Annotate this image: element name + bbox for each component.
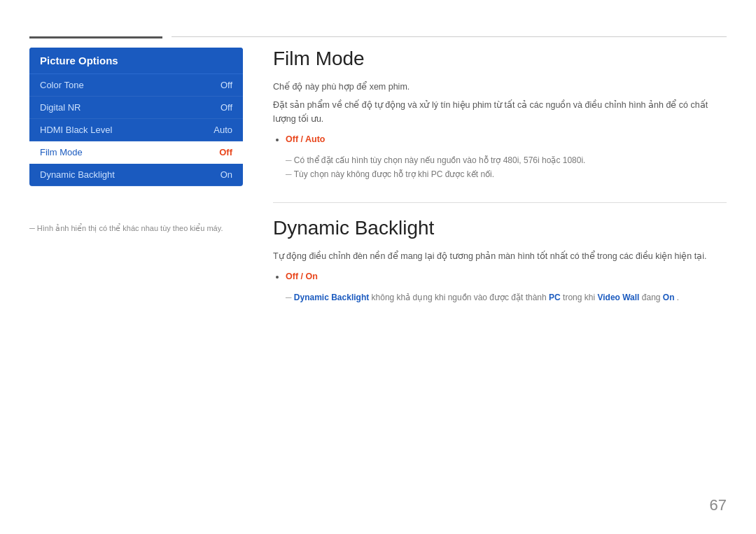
dynamic-backlight-bullet-1: Off / On (286, 269, 727, 285)
top-border-right (172, 36, 727, 37)
top-border-left (29, 36, 162, 38)
dynamic-backlight-section: Dynamic Backlight Tự động điều chỉnh đèn… (273, 217, 727, 304)
hdmi-black-label: HDMI Black Level (40, 125, 112, 135)
section-divider (273, 202, 727, 203)
dynamic-backlight-desc: Tự động điều chỉnh đèn nền để mang lại đ… (273, 249, 727, 263)
dynamic-backlight-text-plain-3: đang (642, 293, 663, 302)
dynamic-backlight-bullet-list: Off / On (286, 269, 727, 285)
hdmi-black-value: Auto (214, 125, 232, 135)
dynamic-backlight-option-highlight: Off / On (286, 272, 318, 281)
film-mode-section: Film Mode Chế độ này phù hợp để xem phim… (273, 48, 727, 181)
right-content: Film Mode Chế độ này phù hợp để xem phim… (273, 48, 727, 304)
film-mode-short-desc: Chế độ này phù hợp để xem phim. (273, 80, 727, 94)
dynamic-backlight-text-plain-2: trong khi (563, 293, 597, 302)
menu-item-dynamic-backlight[interactable]: Dynamic Backlight On (29, 164, 243, 186)
menu-item-color-tone[interactable]: Color Tone Off (29, 74, 243, 97)
film-mode-long-desc: Đặt sản phẩm về chế độ tự động và xử lý … (273, 98, 727, 126)
menu-item-film-mode[interactable]: Film Mode Off (29, 141, 243, 164)
film-mode-bullet-list: Off / Auto (286, 132, 727, 148)
dynamic-backlight-text-blue-3: Video Wall (597, 293, 639, 302)
dynamic-backlight-value: On (220, 169, 232, 180)
color-tone-label: Color Tone (40, 80, 84, 90)
film-mode-dash-note-2: Tùy chọn này không được hỗ trợ khi PC đư… (279, 167, 727, 181)
color-tone-value: Off (220, 80, 232, 90)
dynamic-backlight-text-blue-1: Dynamic Backlight (294, 293, 369, 302)
dynamic-backlight-text-blue-2: PC (549, 293, 561, 302)
film-mode-option-highlight: Off / Auto (286, 134, 325, 144)
menu-item-digital-nr[interactable]: Digital NR Off (29, 97, 243, 119)
dynamic-backlight-title: Dynamic Backlight (273, 217, 727, 239)
film-mode-value: Off (219, 147, 232, 157)
menu-title: Picture Options (29, 48, 243, 74)
film-mode-dash-note-1: Có thể đặt cấu hình tùy chọn này nếu ngu… (279, 153, 727, 167)
film-mode-title: Film Mode (273, 48, 727, 70)
dynamic-backlight-text-plain-1: không khả dụng khi nguồn vào được đặt th… (372, 293, 550, 302)
dynamic-backlight-label: Dynamic Backlight (40, 169, 115, 180)
digital-nr-value: Off (220, 102, 232, 113)
dynamic-backlight-text-blue-4: On (663, 293, 675, 302)
page-number: 67 (710, 496, 727, 514)
film-mode-bullet-1: Off / Auto (286, 132, 727, 148)
picture-options-menu: Picture Options Color Tone Off Digital N… (29, 48, 243, 186)
left-panel: Picture Options Color Tone Off Digital N… (29, 48, 243, 186)
left-panel-note: ─ Hình ảnh hiển thị có thể khác nhau tùy… (29, 224, 239, 233)
digital-nr-label: Digital NR (40, 102, 81, 113)
film-mode-label: Film Mode (40, 147, 83, 157)
dynamic-backlight-text-plain-4: . (677, 293, 679, 302)
dynamic-backlight-dash-note-1: Dynamic Backlight không khả dụng khi ngu… (279, 290, 727, 304)
menu-item-hdmi-black[interactable]: HDMI Black Level Auto (29, 119, 243, 141)
